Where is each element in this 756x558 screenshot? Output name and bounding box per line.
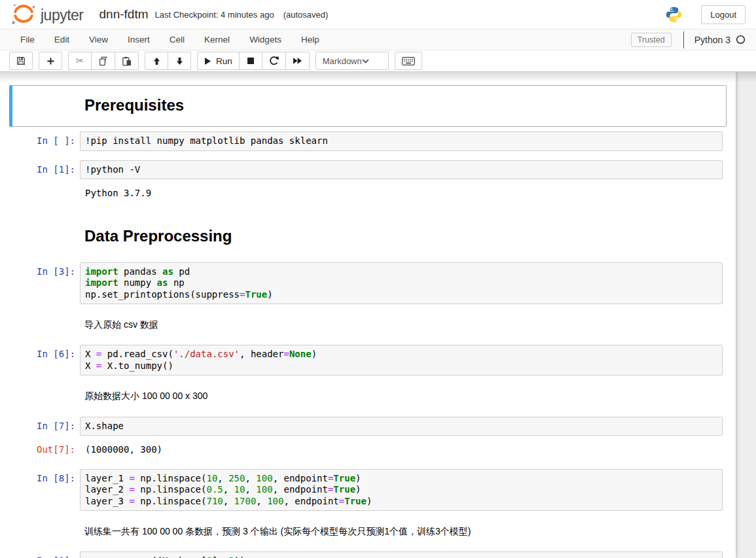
markdown-cell[interactable]: 原始数据大小 100 00 00 x 300 (9, 380, 727, 411)
menu-edit[interactable]: Edit (45, 30, 79, 49)
cell-input[interactable]: !python -V (80, 160, 723, 180)
code-line: y = np.zeros((X.shape[0], 3)) (85, 555, 717, 558)
code-source: !pip install numpy matplotlib pandas skl… (85, 135, 717, 147)
run-label: Run (216, 56, 232, 66)
move-cell-up-button[interactable] (145, 52, 168, 70)
cut-cell-button[interactable]: ✂ (68, 52, 92, 70)
play-icon (204, 57, 211, 65)
jupyter-logo-text: jupyter (41, 5, 84, 24)
menubar-right: Trusted Python 3 (631, 31, 746, 48)
markdown-row: Prerequisites (13, 90, 723, 122)
cell-prompt-spacer (13, 520, 80, 524)
output-prompt (13, 184, 80, 188)
menu-help[interactable]: Help (291, 30, 329, 49)
code-source: X.shape (85, 421, 717, 432)
code-cell[interactable]: In [7]:X.shapeOut[7]:(1000000, 300) (9, 412, 727, 464)
code-line: !pip install numpy matplotlib pandas skl… (85, 135, 717, 147)
code-line: layer_2 = np.linspace(0.5, 10, 100, endp… (85, 484, 717, 496)
code-input-row: In [ ]:!pip install numpy matplotlib pan… (13, 131, 723, 151)
menu-widgets[interactable]: Widgets (240, 30, 291, 49)
menu-kernel[interactable]: Kernel (194, 30, 240, 49)
markdown-body: 训练集一共有 100 00 00 条数据，预测 3 个输出 (实际每个模型每次只… (80, 520, 723, 542)
markdown-row: 原始数据大小 100 00 00 x 300 (13, 385, 723, 407)
markdown-heading: Prerequisites (84, 96, 718, 114)
input-prompt: In [1]: (13, 160, 80, 175)
code-cell[interactable]: In [ ]:!pip install numpy matplotlib pan… (9, 127, 727, 156)
menubar: FileEditViewInsertCellKernelWidgetsHelp … (0, 29, 756, 50)
markdown-row: 导入原始 csv 数据 (13, 313, 723, 336)
code-source: import pandas as pdimport numpy as npnp.… (85, 266, 717, 301)
cell-input[interactable]: X.shape (80, 417, 723, 436)
markdown-row: Data Preprocessing (13, 220, 723, 253)
move-cell-down-button[interactable] (168, 52, 191, 70)
markdown-body: Prerequisites (80, 90, 723, 122)
markdown-cell[interactable]: Prerequisites (9, 85, 727, 127)
code-line: np.set_printoptions(suppress=True) (85, 289, 717, 301)
code-line: import pandas as pd (85, 266, 717, 278)
cell-prompt-spacer (13, 313, 80, 317)
cell-input[interactable]: !pip install numpy matplotlib pandas skl… (80, 131, 723, 151)
cell-input[interactable]: X = pd.read_csv('./data.csv', header=Non… (80, 345, 723, 375)
restart-run-all-button[interactable] (285, 52, 310, 70)
notebook-title[interactable]: dnn-fdtm (99, 7, 149, 22)
copy-icon (98, 56, 108, 66)
chevron-down-icon (362, 59, 382, 63)
code-line: X = X.to_numpy() (85, 360, 717, 372)
markdown-paragraph: 训练集一共有 100 00 00 条数据，预测 3 个输出 (实际每个模型每次只… (84, 525, 718, 538)
code-line: layer_3 = np.linspace(710, 1700, 100, en… (85, 496, 717, 508)
menu-insert[interactable]: Insert (118, 30, 160, 49)
checkpoint-status: Last Checkpoint: 4 minutes ago (155, 10, 274, 20)
arrow-up-icon (153, 57, 161, 65)
code-line: !python -V (85, 164, 717, 176)
code-cell[interactable]: In [1]:!python -VPython 3.7.9 (9, 156, 727, 208)
markdown-row: 训练集一共有 100 00 00 条数据，预测 3 个输出 (实际每个模型每次只… (13, 520, 723, 542)
logout-button[interactable]: Logout (701, 5, 746, 24)
code-input-row: In [6]:X = pd.read_csv('./data.csv', hea… (13, 345, 723, 375)
cell-input[interactable]: y = np.zeros((X.shape[0], 3)) (80, 551, 723, 558)
header-bar: jupyter dnn-fdtm Last Checkpoint: 4 minu… (0, 0, 756, 29)
toolbar: ✂ Run (0, 50, 756, 72)
code-cell[interactable]: In [8]:layer_1 = np.linspace(10, 250, 10… (9, 464, 727, 516)
output-text: Python 3.7.9 (80, 184, 723, 202)
menu-file[interactable]: File (10, 30, 45, 49)
kernel-divider (683, 31, 684, 48)
cell-type-select[interactable]: Markdown (315, 52, 389, 70)
menu-cell[interactable]: Cell (160, 30, 194, 49)
run-cell-button[interactable]: Run (197, 52, 240, 70)
jupyter-logo[interactable]: jupyter (10, 2, 84, 27)
insert-cell-below-button[interactable] (39, 52, 62, 70)
code-line: X.shape (85, 421, 717, 432)
save-button[interactable] (9, 52, 33, 70)
markdown-cell[interactable]: 训练集一共有 100 00 00 条数据，预测 3 个输出 (实际每个模型每次只… (9, 515, 727, 547)
notebook-cells: PrerequisitesIn [ ]:!pip install numpy m… (0, 85, 736, 558)
header-right: Logout (665, 5, 746, 24)
menu-view[interactable]: View (79, 30, 118, 49)
arrow-down-icon (175, 57, 184, 65)
code-cell[interactable]: In [9]:y = np.zeros((X.shape[0], 3)) (9, 547, 727, 558)
paste-icon (122, 56, 132, 66)
code-cell[interactable]: In [3]:import pandas as pdimport numpy a… (9, 258, 727, 309)
copy-cell-button[interactable] (91, 52, 115, 70)
markdown-cell[interactable]: Data Preprocessing (9, 208, 727, 258)
cell-prompt-spacer (13, 220, 80, 224)
paste-cell-button[interactable] (115, 52, 139, 70)
notebook-container: PrerequisitesIn [ ]:!pip install numpy m… (0, 72, 736, 558)
input-prompt: In [ ]: (13, 131, 80, 147)
restart-kernel-button[interactable] (262, 52, 286, 70)
code-input-row: In [8]:layer_1 = np.linspace(10, 250, 10… (13, 469, 723, 512)
code-cell[interactable]: In [6]:X = pd.read_csv('./data.csv', hea… (9, 340, 727, 380)
cell-prompt-spacer (13, 90, 80, 94)
interrupt-kernel-button[interactable] (239, 52, 262, 70)
python-logo-icon (665, 6, 683, 24)
markdown-body: Data Preprocessing (80, 220, 723, 253)
command-palette-button[interactable] (395, 52, 422, 70)
kernel-name: Python 3 (694, 35, 730, 45)
save-icon (16, 56, 26, 65)
header: jupyter dnn-fdtm Last Checkpoint: 4 minu… (0, 0, 756, 72)
menubar-items: FileEditViewInsertCellKernelWidgetsHelp (10, 30, 329, 49)
output-prompt: Out[7]: (13, 441, 80, 455)
markdown-cell[interactable]: 导入原始 csv 数据 (9, 309, 727, 340)
cell-input[interactable]: import pandas as pdimport numpy as npnp.… (80, 262, 723, 305)
cell-input[interactable]: layer_1 = np.linspace(10, 250, 100, endp… (80, 469, 723, 512)
plus-icon (46, 57, 55, 65)
